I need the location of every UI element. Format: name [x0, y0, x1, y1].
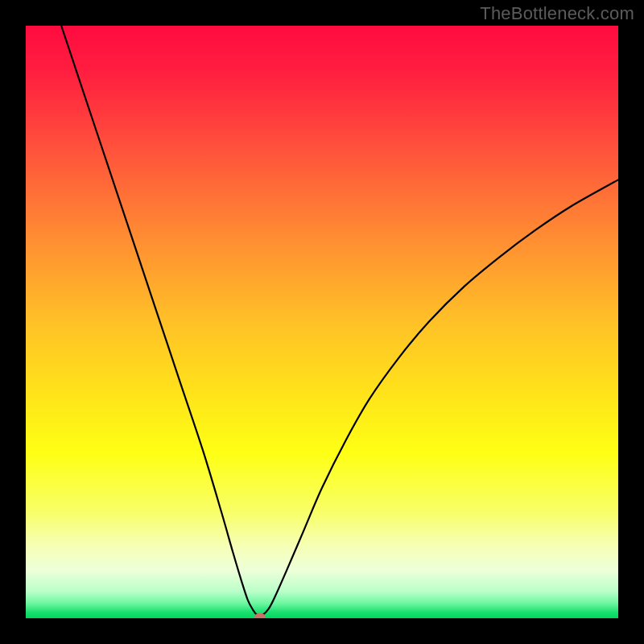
- curve-layer: [26, 26, 618, 618]
- watermark-text: TheBottleneck.com: [480, 3, 634, 24]
- plot-area: [26, 26, 618, 618]
- bottleneck-curve: [61, 26, 618, 615]
- optimal-point-marker: [254, 613, 266, 618]
